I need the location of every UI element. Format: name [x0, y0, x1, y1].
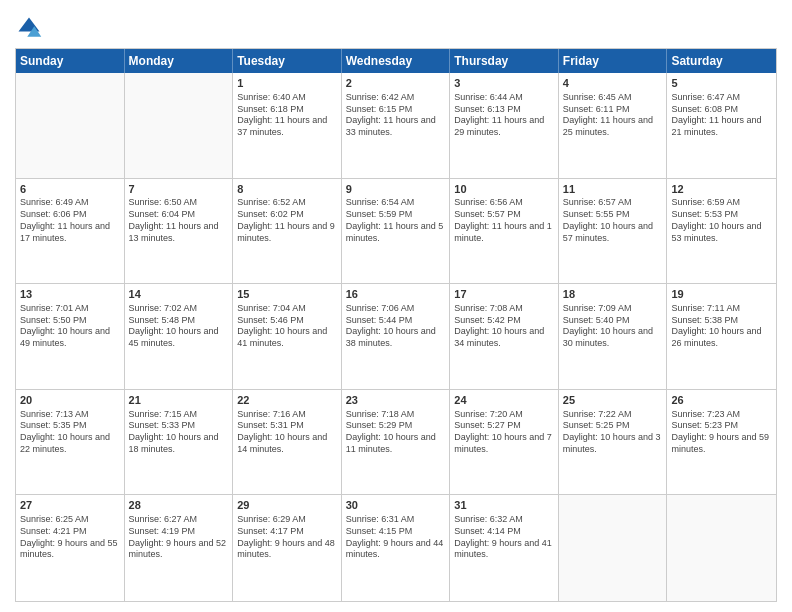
cell-info: Sunrise: 6:47 AM Sunset: 6:08 PM Dayligh… — [671, 92, 772, 139]
logo-icon — [15, 14, 43, 42]
cell-info: Sunrise: 6:52 AM Sunset: 6:02 PM Dayligh… — [237, 197, 337, 244]
day-header-sunday: Sunday — [16, 49, 125, 73]
cell-info: Sunrise: 6:42 AM Sunset: 6:15 PM Dayligh… — [346, 92, 446, 139]
day-header-monday: Monday — [125, 49, 234, 73]
header — [15, 10, 777, 42]
calendar-cell: 19Sunrise: 7:11 AM Sunset: 5:38 PM Dayli… — [667, 284, 776, 389]
cell-date: 18 — [563, 287, 663, 302]
calendar-row-0: 1Sunrise: 6:40 AM Sunset: 6:18 PM Daylig… — [16, 73, 776, 179]
cell-date: 7 — [129, 182, 229, 197]
cell-info: Sunrise: 6:59 AM Sunset: 5:53 PM Dayligh… — [671, 197, 772, 244]
cell-date: 9 — [346, 182, 446, 197]
cell-date: 12 — [671, 182, 772, 197]
calendar-cell: 4Sunrise: 6:45 AM Sunset: 6:11 PM Daylig… — [559, 73, 668, 178]
calendar-cell: 5Sunrise: 6:47 AM Sunset: 6:08 PM Daylig… — [667, 73, 776, 178]
calendar-cell — [559, 495, 668, 601]
calendar-cell: 17Sunrise: 7:08 AM Sunset: 5:42 PM Dayli… — [450, 284, 559, 389]
cell-info: Sunrise: 6:49 AM Sunset: 6:06 PM Dayligh… — [20, 197, 120, 244]
calendar-cell: 31Sunrise: 6:32 AM Sunset: 4:14 PM Dayli… — [450, 495, 559, 601]
cell-info: Sunrise: 7:22 AM Sunset: 5:25 PM Dayligh… — [563, 409, 663, 456]
day-header-friday: Friday — [559, 49, 668, 73]
calendar-row-2: 13Sunrise: 7:01 AM Sunset: 5:50 PM Dayli… — [16, 284, 776, 390]
calendar-row-3: 20Sunrise: 7:13 AM Sunset: 5:35 PM Dayli… — [16, 390, 776, 496]
calendar-cell: 3Sunrise: 6:44 AM Sunset: 6:13 PM Daylig… — [450, 73, 559, 178]
cell-info: Sunrise: 6:25 AM Sunset: 4:21 PM Dayligh… — [20, 514, 120, 561]
cell-date: 4 — [563, 76, 663, 91]
calendar-cell: 27Sunrise: 6:25 AM Sunset: 4:21 PM Dayli… — [16, 495, 125, 601]
cell-info: Sunrise: 6:44 AM Sunset: 6:13 PM Dayligh… — [454, 92, 554, 139]
calendar-cell: 22Sunrise: 7:16 AM Sunset: 5:31 PM Dayli… — [233, 390, 342, 495]
cell-date: 22 — [237, 393, 337, 408]
calendar-cell: 16Sunrise: 7:06 AM Sunset: 5:44 PM Dayli… — [342, 284, 451, 389]
cell-info: Sunrise: 7:08 AM Sunset: 5:42 PM Dayligh… — [454, 303, 554, 350]
calendar-cell: 11Sunrise: 6:57 AM Sunset: 5:55 PM Dayli… — [559, 179, 668, 284]
cell-info: Sunrise: 7:01 AM Sunset: 5:50 PM Dayligh… — [20, 303, 120, 350]
calendar-cell: 14Sunrise: 7:02 AM Sunset: 5:48 PM Dayli… — [125, 284, 234, 389]
cell-info: Sunrise: 6:32 AM Sunset: 4:14 PM Dayligh… — [454, 514, 554, 561]
cell-date: 17 — [454, 287, 554, 302]
cell-info: Sunrise: 7:18 AM Sunset: 5:29 PM Dayligh… — [346, 409, 446, 456]
cell-info: Sunrise: 6:57 AM Sunset: 5:55 PM Dayligh… — [563, 197, 663, 244]
calendar-cell: 13Sunrise: 7:01 AM Sunset: 5:50 PM Dayli… — [16, 284, 125, 389]
cell-date: 26 — [671, 393, 772, 408]
calendar-body: 1Sunrise: 6:40 AM Sunset: 6:18 PM Daylig… — [16, 73, 776, 601]
cell-date: 24 — [454, 393, 554, 408]
cell-date: 29 — [237, 498, 337, 513]
cell-info: Sunrise: 6:56 AM Sunset: 5:57 PM Dayligh… — [454, 197, 554, 244]
calendar-cell: 29Sunrise: 6:29 AM Sunset: 4:17 PM Dayli… — [233, 495, 342, 601]
cell-date: 16 — [346, 287, 446, 302]
calendar-cell: 2Sunrise: 6:42 AM Sunset: 6:15 PM Daylig… — [342, 73, 451, 178]
calendar-cell: 26Sunrise: 7:23 AM Sunset: 5:23 PM Dayli… — [667, 390, 776, 495]
cell-date: 27 — [20, 498, 120, 513]
cell-date: 5 — [671, 76, 772, 91]
cell-info: Sunrise: 7:04 AM Sunset: 5:46 PM Dayligh… — [237, 303, 337, 350]
cell-date: 31 — [454, 498, 554, 513]
cell-info: Sunrise: 7:11 AM Sunset: 5:38 PM Dayligh… — [671, 303, 772, 350]
page: SundayMondayTuesdayWednesdayThursdayFrid… — [0, 0, 792, 612]
calendar-header: SundayMondayTuesdayWednesdayThursdayFrid… — [16, 49, 776, 73]
calendar: SundayMondayTuesdayWednesdayThursdayFrid… — [15, 48, 777, 602]
calendar-cell: 15Sunrise: 7:04 AM Sunset: 5:46 PM Dayli… — [233, 284, 342, 389]
cell-date: 11 — [563, 182, 663, 197]
calendar-cell: 20Sunrise: 7:13 AM Sunset: 5:35 PM Dayli… — [16, 390, 125, 495]
calendar-cell: 9Sunrise: 6:54 AM Sunset: 5:59 PM Daylig… — [342, 179, 451, 284]
calendar-row-1: 6Sunrise: 6:49 AM Sunset: 6:06 PM Daylig… — [16, 179, 776, 285]
cell-date: 19 — [671, 287, 772, 302]
cell-date: 23 — [346, 393, 446, 408]
logo — [15, 14, 47, 42]
cell-info: Sunrise: 7:09 AM Sunset: 5:40 PM Dayligh… — [563, 303, 663, 350]
cell-date: 14 — [129, 287, 229, 302]
cell-date: 30 — [346, 498, 446, 513]
calendar-row-4: 27Sunrise: 6:25 AM Sunset: 4:21 PM Dayli… — [16, 495, 776, 601]
cell-info: Sunrise: 7:16 AM Sunset: 5:31 PM Dayligh… — [237, 409, 337, 456]
cell-info: Sunrise: 6:40 AM Sunset: 6:18 PM Dayligh… — [237, 92, 337, 139]
day-header-saturday: Saturday — [667, 49, 776, 73]
calendar-cell: 12Sunrise: 6:59 AM Sunset: 5:53 PM Dayli… — [667, 179, 776, 284]
cell-info: Sunrise: 6:27 AM Sunset: 4:19 PM Dayligh… — [129, 514, 229, 561]
day-header-tuesday: Tuesday — [233, 49, 342, 73]
cell-date: 28 — [129, 498, 229, 513]
calendar-cell: 6Sunrise: 6:49 AM Sunset: 6:06 PM Daylig… — [16, 179, 125, 284]
cell-date: 2 — [346, 76, 446, 91]
cell-date: 13 — [20, 287, 120, 302]
cell-info: Sunrise: 7:02 AM Sunset: 5:48 PM Dayligh… — [129, 303, 229, 350]
calendar-cell: 8Sunrise: 6:52 AM Sunset: 6:02 PM Daylig… — [233, 179, 342, 284]
cell-info: Sunrise: 6:54 AM Sunset: 5:59 PM Dayligh… — [346, 197, 446, 244]
cell-date: 1 — [237, 76, 337, 91]
cell-date: 6 — [20, 182, 120, 197]
cell-info: Sunrise: 6:45 AM Sunset: 6:11 PM Dayligh… — [563, 92, 663, 139]
cell-date: 21 — [129, 393, 229, 408]
cell-date: 20 — [20, 393, 120, 408]
cell-info: Sunrise: 7:06 AM Sunset: 5:44 PM Dayligh… — [346, 303, 446, 350]
calendar-cell — [667, 495, 776, 601]
cell-info: Sunrise: 7:13 AM Sunset: 5:35 PM Dayligh… — [20, 409, 120, 456]
calendar-cell: 25Sunrise: 7:22 AM Sunset: 5:25 PM Dayli… — [559, 390, 668, 495]
cell-date: 10 — [454, 182, 554, 197]
calendar-cell: 28Sunrise: 6:27 AM Sunset: 4:19 PM Dayli… — [125, 495, 234, 601]
cell-info: Sunrise: 7:20 AM Sunset: 5:27 PM Dayligh… — [454, 409, 554, 456]
cell-info: Sunrise: 6:29 AM Sunset: 4:17 PM Dayligh… — [237, 514, 337, 561]
calendar-cell: 1Sunrise: 6:40 AM Sunset: 6:18 PM Daylig… — [233, 73, 342, 178]
cell-date: 25 — [563, 393, 663, 408]
cell-date: 15 — [237, 287, 337, 302]
calendar-cell: 18Sunrise: 7:09 AM Sunset: 5:40 PM Dayli… — [559, 284, 668, 389]
